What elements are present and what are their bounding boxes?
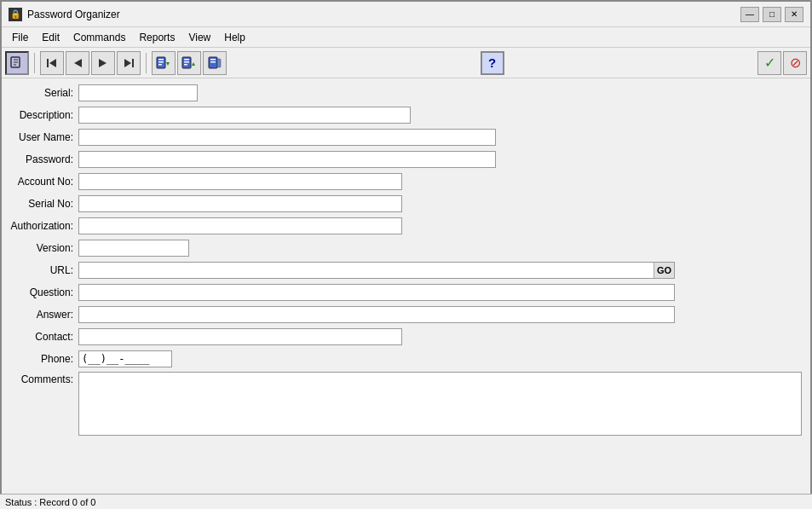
menu-file[interactable]: File [5, 30, 35, 45]
help-button[interactable]: ? [481, 51, 504, 75]
svg-marker-9 [124, 59, 131, 67]
contact-row: Contact: [10, 327, 802, 346]
version-row: Version: [10, 239, 802, 257]
svg-rect-13 [158, 64, 162, 66]
maximize-button[interactable]: □ [763, 7, 781, 22]
account-no-label: Account No: [10, 176, 78, 188]
svg-marker-6 [74, 59, 82, 67]
svg-marker-14 [166, 62, 170, 66]
window-controls: — □ ✕ [740, 7, 803, 22]
status-bar: Status : Record 0 of 0 [0, 494, 812, 509]
url-row: URL: GO [10, 261, 802, 280]
url-input[interactable] [79, 263, 654, 278]
serial-no-label: Serial No: [10, 198, 78, 210]
last-record-button[interactable] [117, 51, 141, 75]
menu-reports[interactable]: Reports [132, 30, 181, 45]
serial-no-row: Serial No: [10, 194, 802, 213]
export-icon [181, 55, 197, 71]
description-label: Description: [10, 109, 78, 121]
title-bar: 🔒 Password Organizer — □ ✕ [2, 2, 810, 27]
question-row: Question: [10, 283, 802, 302]
password-label: Password: [10, 153, 78, 165]
first-record-button[interactable] [40, 51, 64, 75]
import-icon [156, 55, 171, 71]
phone-row: Phone: [10, 350, 802, 368]
go-button[interactable]: GO [654, 263, 674, 278]
menu-bar: File Edit Commands Reports View Help [2, 27, 810, 48]
contact-input[interactable] [78, 328, 402, 345]
last-icon [123, 57, 135, 69]
phone-label: Phone: [10, 353, 78, 365]
password-row: Password: [10, 150, 802, 169]
toolbar-separator-2 [146, 53, 147, 73]
close-button[interactable]: ✕ [785, 7, 803, 22]
menu-help[interactable]: Help [217, 30, 252, 45]
description-row: Description: [10, 106, 802, 124]
authorization-row: Authorization: [10, 217, 802, 235]
username-input[interactable] [78, 129, 496, 146]
toolbar: ? ✓ ⊘ [2, 48, 810, 78]
serial-row: Serial: [10, 84, 802, 102]
phone-input[interactable] [78, 350, 172, 367]
serial-no-input[interactable] [78, 195, 402, 212]
status-text: Status : Record 0 of 0 [5, 497, 95, 507]
form-area: Serial: Description: User Name: Password… [2, 78, 810, 495]
svg-rect-17 [184, 61, 189, 63]
export-button[interactable] [177, 51, 201, 75]
svg-rect-21 [210, 59, 216, 61]
next-icon [97, 57, 109, 69]
svg-rect-11 [158, 59, 164, 61]
answer-label: Answer: [10, 309, 78, 321]
svg-rect-23 [217, 59, 221, 67]
menu-view[interactable]: View [181, 30, 217, 45]
print-icon [207, 55, 222, 71]
authorization-label: Authorization: [10, 220, 78, 232]
prev-icon [72, 57, 84, 69]
svg-rect-18 [184, 64, 187, 66]
account-no-row: Account No: [10, 172, 802, 191]
svg-rect-22 [210, 61, 216, 63]
prev-record-button[interactable] [66, 51, 89, 75]
svg-marker-19 [192, 62, 195, 66]
authorization-input[interactable] [78, 217, 402, 234]
password-input[interactable] [78, 151, 496, 168]
next-record-button[interactable] [91, 51, 115, 75]
window-title: Password Organizer [27, 9, 740, 20]
search-icon [10, 56, 24, 70]
version-input[interactable] [78, 240, 189, 257]
question-input[interactable] [78, 284, 675, 301]
print-button[interactable] [203, 51, 227, 75]
cancel-button[interactable]: ⊘ [783, 51, 807, 75]
svg-rect-12 [158, 61, 164, 63]
svg-marker-7 [99, 59, 107, 67]
minimize-button[interactable]: — [740, 7, 759, 22]
svg-marker-5 [49, 59, 56, 67]
first-icon [46, 57, 58, 69]
toolbar-separator-1 [34, 53, 35, 73]
comments-row: Comments: [10, 372, 802, 436]
svg-rect-16 [184, 59, 189, 61]
search-button[interactable] [5, 51, 29, 75]
serial-label: Serial: [10, 87, 78, 99]
url-label: URL: [10, 264, 78, 276]
menu-commands[interactable]: Commands [66, 30, 132, 45]
username-label: User Name: [10, 131, 78, 143]
question-label: Question: [10, 286, 78, 298]
serial-input[interactable] [78, 84, 198, 101]
version-label: Version: [10, 242, 78, 254]
account-no-input[interactable] [78, 173, 402, 190]
contact-label: Contact: [10, 331, 78, 343]
confirm-button[interactable]: ✓ [757, 51, 781, 75]
url-input-wrapper: GO [78, 262, 675, 279]
app-icon: 🔒 [9, 8, 22, 21]
answer-input[interactable] [78, 306, 675, 323]
comments-label: Comments: [10, 372, 78, 385]
import-button[interactable] [152, 51, 176, 75]
comments-input[interactable] [78, 372, 802, 436]
description-input[interactable] [78, 107, 411, 124]
menu-edit[interactable]: Edit [35, 30, 66, 45]
username-row: User Name: [10, 128, 802, 147]
answer-row: Answer: [10, 305, 802, 324]
